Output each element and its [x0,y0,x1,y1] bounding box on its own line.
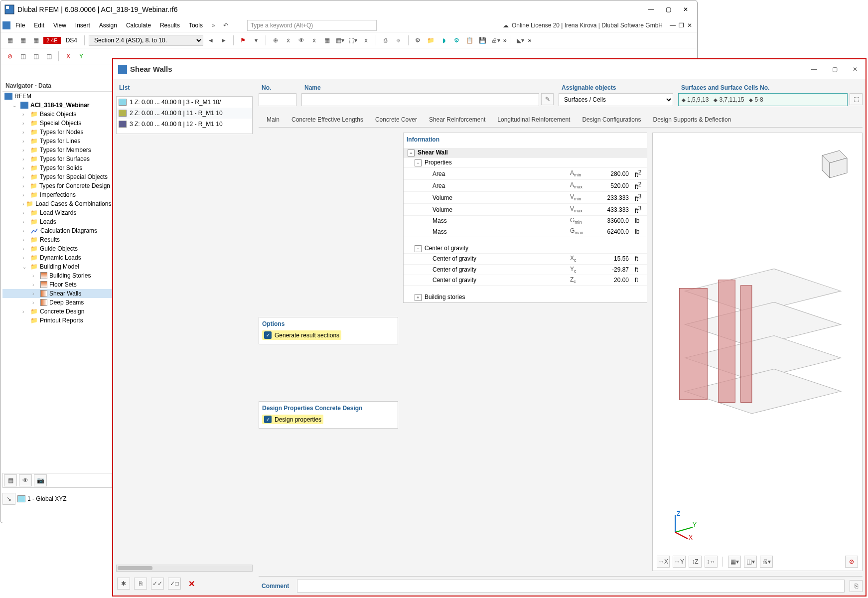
nav-folder[interactable]: ›📁Imperfections [2,190,112,199]
no-field[interactable] [259,93,296,106]
menu-view[interactable]: View [49,21,70,30]
dialog-maximize-button[interactable]: ▢ [832,66,838,73]
comment-library-button[interactable]: ⎘ [850,580,863,592]
tab-main[interactable]: Main [265,114,282,125]
view-iso-button[interactable]: ↕↔ [705,556,718,568]
comment-input[interactable] [297,580,845,593]
tool-icon[interactable]: ▦ [322,35,333,46]
nav-folder[interactable]: ›📁Types for Special Objects [2,172,112,181]
axis-x-icon[interactable]: X [63,51,74,62]
surfaces-input[interactable]: ◆1,5,9,13 ◆3,7,11,15 ◆5-8 [678,93,848,106]
list-scrollbar[interactable] [116,565,253,572]
maximize-button[interactable]: ▢ [666,6,671,13]
copy-item-button[interactable]: ⎘ [134,578,147,590]
render-button[interactable]: ▦▾ [728,556,741,568]
cs-icon[interactable]: ↘ [2,493,15,505]
nav-folder[interactable]: ›📁Types for Surfaces [2,154,112,163]
nav-building-stories[interactable]: › Building Stories [2,271,112,280]
nav-folder[interactable]: ›📁Types for Solids [2,163,112,172]
list-item[interactable]: 2 Z: 0.00 ... 40.00 ft | 11 - R_M1 10 [117,108,252,119]
tab-concrete-cover[interactable]: Concrete Cover [373,114,419,125]
nav-deep-beams[interactable]: › Deep Beams [2,298,112,307]
nav-shear-walls[interactable]: ➡ › Shear Walls [2,289,112,298]
search-input[interactable]: Type a keyword (Alt+Q) [247,20,377,31]
nav-folder[interactable]: ›📁Types for Members [2,146,112,154]
nav-folder[interactable]: ›📁Dynamic Loads [2,253,112,262]
view-cube[interactable] [812,143,852,183]
doc-minimize-button[interactable]: — [670,22,676,29]
nav-folder[interactable]: ›Calculation Diagrams [2,226,112,235]
cube-button[interactable]: ◫▾ [744,556,757,568]
tool-icon[interactable]: ⎆ [393,35,404,46]
nav-folder[interactable]: ›📁Loads [2,217,112,226]
view-y-button[interactable]: ↔Y [673,556,686,568]
global-cs-label[interactable]: 1 - Global XYZ [27,495,67,502]
nav-folder[interactable]: ›📁Load Wizards [2,208,112,217]
close-button[interactable]: ✕ [683,6,688,13]
reset-view-button[interactable]: ⊘ [845,556,858,568]
menu-edit[interactable]: Edit [30,21,48,30]
tab-longitudinal-reinforcement[interactable]: Longitudinal Reinforcement [495,114,572,125]
design-props-checkbox[interactable]: ✓ [264,416,272,423]
tool-icon[interactable]: ⎙ [380,35,391,46]
tab-shear-reinforcement[interactable]: Shear Reinforcement [427,114,487,125]
cube-icon[interactable]: ◫ [43,51,54,62]
section-select[interactable]: Section 2.4 (ASD), 8. to 10. [89,35,203,46]
nav-folder[interactable]: ›📁Load Cases & Combinations [2,199,112,208]
print-view-button[interactable]: 🖨▾ [760,556,773,568]
nav-folder[interactable]: ›📁Types for Concrete Design [2,181,112,190]
tool-icon[interactable]: 📋 [464,35,475,46]
tool-icon[interactable]: ⊕ [270,35,281,46]
menu-assign[interactable]: Assign [95,21,121,30]
menu-tools[interactable]: Tools [185,21,207,30]
tool-icon[interactable]: ▦ [30,35,41,46]
nav-folder[interactable]: ›📁Types for Lines [2,137,112,146]
doc-close-button[interactable]: ✕ [687,22,692,29]
tool-icon[interactable]: ẋ [283,35,294,46]
tool-icon[interactable]: ẋ [361,35,372,46]
prev-icon[interactable]: ◄ [205,35,216,46]
nav-printout-reports[interactable]: ›📁 Printout Reports [2,316,112,325]
menu-more[interactable]: » [208,22,219,29]
cube-icon[interactable]: ◫ [30,51,41,62]
nav-project[interactable]: ⌄ ACI_318-19_Webinar [2,101,112,110]
menu-calculate[interactable]: Calculate [122,21,155,30]
menu-results[interactable]: Results [156,21,184,30]
toolbar-more[interactable]: » [528,37,532,44]
menu-insert[interactable]: Insert [71,21,94,30]
minimize-button[interactable]: — [648,6,654,13]
view-x-button[interactable]: ↔X [657,556,670,568]
tab-design-configurations[interactable]: Design Configurations [580,114,643,125]
tool-icon[interactable]: ⊘ [4,51,15,62]
tool-icon[interactable]: ◣▾ [515,35,526,46]
assignable-select[interactable]: Surfaces / Cells [559,93,673,106]
edit-name-button[interactable]: ✎ [541,93,554,105]
axis-y-icon[interactable]: Y [76,51,87,62]
print-icon[interactable]: 🖨▾ [490,35,501,46]
nav-tab-icon[interactable]: ▦ [4,474,17,486]
toolbar-more[interactable]: » [503,37,507,44]
list-item[interactable]: 1 Z: 0.00 ... 40.00 ft | 3 - R_M1 10/ [117,97,252,108]
load-badge[interactable]: 2.4E [43,37,61,44]
nav-rfem-root[interactable]: RFEM [2,92,112,101]
cube-icon[interactable]: ◫ [17,51,28,62]
delete-button[interactable]: ✕ [185,578,198,590]
nav-folder[interactable]: ›📁Basic Objects [2,110,112,119]
tool-icon[interactable]: ⚙ [413,35,424,46]
nav-folder[interactable]: ›📁Guide Objects [2,244,112,253]
history-icon[interactable]: ↶ [220,20,231,31]
chevron-down-icon[interactable]: ▾ [251,35,262,46]
tool-icon[interactable]: ẋ [309,35,320,46]
generate-result-checkbox[interactable]: ✓ [264,331,272,339]
dialog-close-button[interactable]: ✕ [853,66,858,73]
tool-icon[interactable]: ▦ [4,35,15,46]
name-input[interactable] [301,93,539,106]
eye-icon[interactable]: 👁 [19,474,32,486]
nav-building-model[interactable]: ⌄📁 Building Model [2,262,112,271]
new-item-button[interactable]: ✱ [117,578,130,590]
camera-icon[interactable]: 📷 [34,474,47,486]
tool-icon[interactable]: ◗ [438,35,449,46]
tool-icon[interactable]: ▦▾ [335,35,346,46]
tab-concrete-eff-lengths[interactable]: Concrete Effective Lengths [289,114,365,125]
tab-design-supports[interactable]: Design Supports & Deflection [651,114,733,125]
